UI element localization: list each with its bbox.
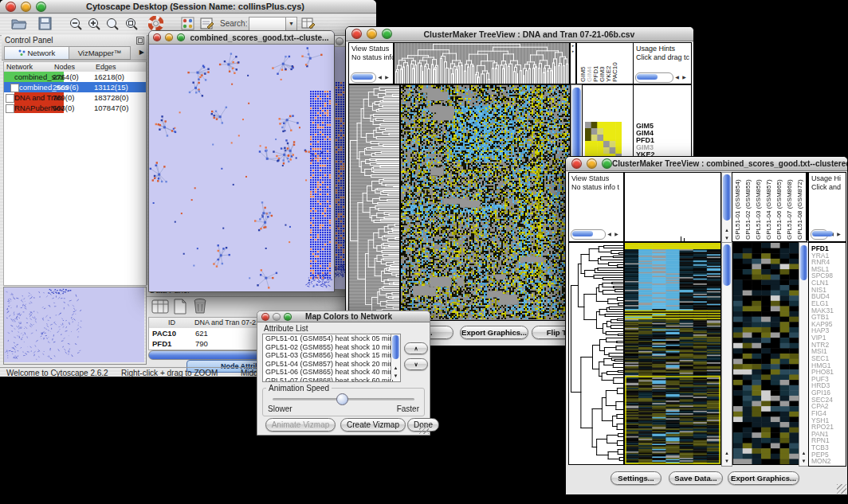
tv2-export-graphics-button[interactable]: Export Graphics... <box>728 471 799 485</box>
search-dropdown-arrow-icon[interactable]: ▼ <box>285 17 297 31</box>
gene-id: PFD1 <box>152 338 171 349</box>
document-icon <box>6 104 14 113</box>
float-panel-icon[interactable] <box>136 37 144 46</box>
attribute-list-item[interactable]: GPL51-04 (GSM857) heat shock 20 min <box>263 360 400 369</box>
close-button[interactable] <box>351 29 362 39</box>
tv1-view-status-scrollbar[interactable]: ◀▶ <box>351 72 391 82</box>
tv2-usage-hints-scrollbar[interactable]: ◀▶ <box>811 229 842 239</box>
tv2-top-vscrollbar[interactable]: ▲▼ <box>721 172 732 244</box>
tab-vizmapper[interactable]: VizMapper™ <box>69 46 131 60</box>
zoom-in-icon[interactable] <box>87 17 101 34</box>
network-overview-canvas[interactable] <box>4 287 144 362</box>
tv2-column-label[interactable]: GPL51-07 (GSM868) <box>786 174 796 240</box>
save-icon[interactable] <box>38 17 52 33</box>
attribute-list-item[interactable]: GPL51-02 (GSM855) heat shock 10 min <box>263 343 400 352</box>
attribute-list-item[interactable]: GPL51-01 (GSM854) heat shock 05 min <box>263 334 400 343</box>
network-list-row[interactable]: RNAPuberNov2+l563(0)107847(0) <box>4 103 146 113</box>
tv1-heatmap[interactable] <box>400 84 571 321</box>
minimize-button[interactable] <box>587 158 597 169</box>
tv1-usage-hints-scrollbar[interactable]: ◀▶ <box>635 72 688 82</box>
zoom-button[interactable] <box>602 158 612 169</box>
network-canvas[interactable] <box>149 45 332 291</box>
tv1-tree-arrows[interactable]: ▸▸ <box>570 42 576 84</box>
tv1-column-dendrogram[interactable] <box>394 42 570 84</box>
network-column-header[interactable]: Network <box>4 62 53 72</box>
attribute-list-scrollbar[interactable]: ▲▼ <box>391 334 400 380</box>
window-controls[interactable] <box>6 2 46 12</box>
open-file-icon[interactable] <box>11 17 27 33</box>
tv2-column-label[interactable]: GPL51-01 (GSM854) <box>734 174 744 240</box>
resize-grip[interactable] <box>419 424 429 434</box>
tv1-row-dendrogram[interactable] <box>348 84 400 321</box>
tv1-detail-heatmap[interactable] <box>585 122 622 160</box>
network-overview[interactable] <box>3 287 147 365</box>
tv1-column-label[interactable]: GIM5 <box>579 45 586 82</box>
tv2-column-dendrogram[interactable] <box>624 172 721 242</box>
tv2-column-label[interactable]: GPL51-03 (GSM856) <box>755 174 765 240</box>
move-down-button[interactable]: ∨ <box>404 358 428 370</box>
network-list-row[interactable]: DNA and Tran 07769(0)183728(0) <box>4 92 146 103</box>
tv2-column-label[interactable]: GPL51-04 (GSM857) <box>765 174 775 240</box>
tab-overflow-icon[interactable]: ▶ <box>139 49 144 56</box>
nodes-column-header[interactable]: Nodes <box>52 62 94 72</box>
zoom-button[interactable] <box>36 2 46 12</box>
tv1-column-label[interactable]: YKE2 <box>605 45 611 82</box>
treeview2-title: ClusterMaker TreeView : combined_scores_… <box>612 159 847 168</box>
network-edges-count: 13112(15) <box>94 82 128 92</box>
treeview1-title-bar[interactable]: ClusterMaker TreeView : DNA and Tran 07-… <box>346 27 693 41</box>
search-input[interactable] <box>249 17 289 31</box>
attribute-list-label: Attribute List <box>264 324 308 333</box>
attribute-list-item[interactable]: GPL51-06 (GSM865) heat shock 40 min <box>263 368 400 377</box>
animation-speed-slider-thumb[interactable] <box>336 393 348 405</box>
tv2-detail-heatmap[interactable] <box>732 242 799 465</box>
zoom-button[interactable] <box>284 313 292 321</box>
id-column-header[interactable]: ID <box>149 318 193 328</box>
minimize-button[interactable] <box>367 29 377 39</box>
tv2-row-dendrogram[interactable] <box>568 242 624 465</box>
attribute-list-item[interactable]: GPL51-07 (GSM868) heat shock 60 min <box>263 377 400 383</box>
edges-column-header[interactable]: Edges <box>93 62 146 72</box>
zoom-out-icon[interactable] <box>69 17 83 34</box>
minimize-button[interactable] <box>165 33 173 41</box>
tab-network[interactable]: Network <box>4 46 69 60</box>
close-button[interactable] <box>153 33 161 41</box>
network-view-title-bar[interactable]: combined_scores_good.txt--cluste... <box>149 31 334 45</box>
close-button[interactable] <box>336 37 344 45</box>
tv2-heatmap-vscrollbar[interactable]: ▲▼ <box>721 242 732 467</box>
tv2-heatmap[interactable] <box>624 242 721 465</box>
zoom-button[interactable] <box>177 33 185 41</box>
attribute-list-item[interactable]: GPL51-03 (GSM856) heat shock 15 min <box>263 351 400 360</box>
main-title-bar[interactable]: Cytoscape Desktop (Session Name: collins… <box>0 0 376 14</box>
tv1-column-label[interactable]: GIM4 <box>586 45 592 82</box>
move-up-button[interactable]: ∧ <box>404 342 428 354</box>
tv2-column-label[interactable]: GPL51-02 (GSM855) <box>744 174 755 240</box>
treeview2-title-bar[interactable]: ClusterMaker TreeView : combined_scores_… <box>566 157 847 171</box>
tv2-settings-button[interactable]: Settings... <box>610 471 662 485</box>
tv2-column-label[interactable]: GPL51-06 (GSM865) <box>775 174 786 240</box>
dialog-title-bar[interactable]: Map Colors to Network <box>257 311 430 322</box>
close-button[interactable] <box>571 158 582 169</box>
select-attributes-icon[interactable] <box>151 299 169 318</box>
resize-grip[interactable] <box>837 484 846 494</box>
close-button[interactable] <box>261 313 269 321</box>
network-list-row[interactable]: combined_sco2569(6)13112(15) <box>4 82 146 92</box>
network-list-row[interactable]: combined_scores2764(0)16218(0) <box>4 72 146 82</box>
treeview1-title: ClusterMaker TreeView : DNA and Tran 07-… <box>392 29 666 39</box>
tv2-save-data-button[interactable]: Save Data... <box>669 471 723 485</box>
tv2-gene-label[interactable]: MON2 <box>811 457 831 465</box>
create-vizmap-button[interactable]: Create Vizmap <box>340 418 406 432</box>
zoom-selected-icon[interactable] <box>124 17 139 34</box>
minimize-button[interactable] <box>273 313 281 321</box>
tv1-export-graphics-button[interactable]: Export Graphics... <box>460 326 528 339</box>
close-button[interactable] <box>6 2 16 12</box>
new-attribute-icon[interactable] <box>173 299 187 318</box>
main-window-title: Cytoscape Desktop (Session Name: collins… <box>46 2 344 11</box>
tv2-view-status-scrollbar[interactable]: ◀▶ <box>571 229 620 239</box>
tv1-column-label[interactable]: GIM3 <box>599 45 605 82</box>
zoom-fit-icon[interactable] <box>105 17 120 34</box>
tv1-column-label[interactable]: PAC10 <box>611 45 618 82</box>
tv1-column-label[interactable]: PFD1 <box>592 45 599 82</box>
delete-attribute-trash-icon[interactable] <box>193 298 207 318</box>
minimize-button[interactable] <box>21 2 31 12</box>
zoom-button[interactable] <box>382 29 392 39</box>
